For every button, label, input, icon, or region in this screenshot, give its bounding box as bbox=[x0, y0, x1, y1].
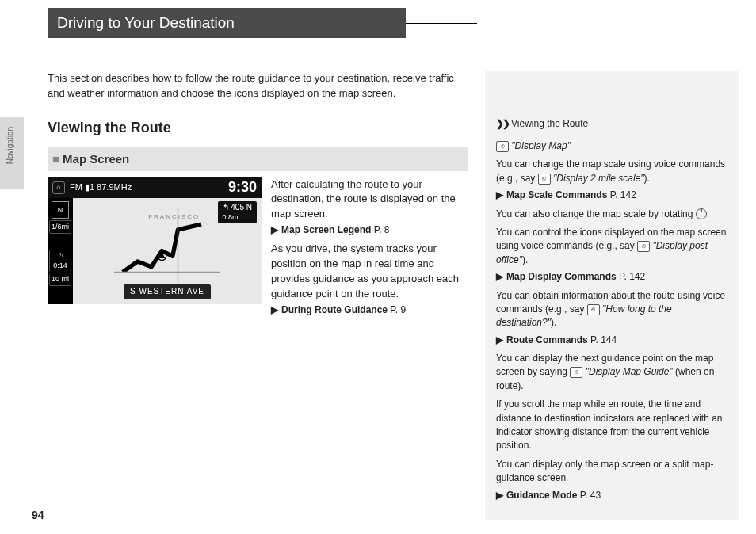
sidebar-p4: You can obtain information about the rou… bbox=[496, 289, 731, 330]
link-icon: ▶ bbox=[496, 334, 503, 345]
eta-distance: 10 mi bbox=[49, 273, 71, 286]
page-number: 94 bbox=[32, 507, 44, 523]
home-icon: ⌂ bbox=[52, 181, 65, 194]
xref-label: Map Scale Commands bbox=[506, 189, 607, 200]
svg-marker-1 bbox=[158, 252, 165, 258]
xref-map-legend: ▶Map Screen Legend P. 8 bbox=[271, 223, 468, 237]
chevrons-icon: ❯❯ bbox=[496, 118, 509, 129]
maneuver-road: 405 N bbox=[231, 203, 252, 212]
page-title: Driving to Your Destination bbox=[57, 12, 235, 34]
content-row: ⌂ FM ▮1 87.9MHz 9:30 N 1/6mi ⏱0:14 10 mi bbox=[48, 177, 468, 322]
main-column: This section describes how to follow the… bbox=[48, 71, 468, 322]
voice-command-text: "Display Map" bbox=[511, 140, 571, 151]
section-heading: Viewing the Route bbox=[48, 117, 468, 138]
info-sidebar: ❯❯Viewing the Route ⎋ "Display Map" You … bbox=[485, 71, 739, 520]
subsection-heading: ■Map Screen bbox=[48, 147, 468, 171]
compass-icon: N bbox=[52, 201, 69, 219]
xref-guidance-mode: ▶Guidance Mode P. 43 bbox=[496, 489, 731, 502]
sidebar-heading: ❯❯Viewing the Route bbox=[496, 117, 588, 131]
maneuver-distance: 0.8mi bbox=[223, 213, 240, 221]
talk-icon: ⎋ bbox=[587, 304, 600, 315]
sidebar-p2: You can also change the map scale by rot… bbox=[496, 208, 731, 221]
xref-page: P. 43 bbox=[580, 490, 601, 501]
xref-label: Route Commands bbox=[506, 334, 588, 345]
xref-page: P. 8 bbox=[374, 224, 390, 235]
xref-label: Map Display Commands bbox=[506, 271, 617, 282]
sidebar-p7: You can display only the map screen or a… bbox=[496, 458, 731, 486]
page-title-bar: Driving to Your Destination bbox=[48, 8, 406, 38]
xref-label: During Route Guidance bbox=[281, 304, 388, 315]
xref-page: P. 9 bbox=[390, 304, 406, 315]
talk-icon: ⎋ bbox=[538, 174, 551, 185]
clock: 9:30 bbox=[228, 177, 257, 198]
xref-route-guidance: ▶During Route Guidance P. 9 bbox=[271, 303, 468, 317]
city-label: FRANCISCO bbox=[148, 212, 200, 222]
talk-icon: ⎋ bbox=[496, 141, 509, 152]
map-area: ↰ 405 N 0.8mi FRANCISCO S WESTERN AVE bbox=[73, 198, 262, 304]
sidebar-p1: You can change the map scale using voice… bbox=[496, 158, 731, 185]
voice-command-display-map: ⎋ "Display Map" bbox=[496, 139, 731, 153]
sidebar-heading-text: Viewing the Route bbox=[511, 118, 588, 129]
subsection-label: Map Screen bbox=[63, 152, 129, 166]
sidebar-p5: You can display the next guidance point … bbox=[496, 352, 731, 393]
dial-icon bbox=[696, 208, 707, 219]
body-p2: As you drive, the system tracks your pos… bbox=[271, 242, 468, 301]
radio-status: FM ▮1 87.9MHz bbox=[70, 181, 132, 194]
eta-time: ⏱0:14 bbox=[49, 250, 71, 272]
maneuver-panel: ↰ 405 N 0.8mi bbox=[218, 201, 257, 223]
square-bullet-icon: ■ bbox=[52, 152, 59, 166]
link-icon: ▶ bbox=[496, 189, 503, 200]
sidebar-p3: You can control the icons displayed on t… bbox=[496, 226, 731, 267]
intro-paragraph: This section describes how to follow the… bbox=[48, 71, 468, 101]
page: Driving to Your Destination Navigation T… bbox=[0, 0, 756, 534]
svg-point-0 bbox=[158, 252, 166, 261]
sidebar-label: Navigation bbox=[5, 127, 17, 164]
link-icon: ▶ bbox=[496, 271, 503, 282]
xref-map-scale-commands: ▶Map Scale Commands P. 142 bbox=[496, 189, 731, 202]
xref-route-commands: ▶Route Commands P. 144 bbox=[496, 334, 731, 347]
xref-page: P. 142 bbox=[610, 189, 636, 200]
sidebar-p6: If you scroll the map while en route, th… bbox=[496, 398, 731, 453]
talk-icon: ⎋ bbox=[570, 367, 582, 378]
body-p1: After calculating the route to your dest… bbox=[271, 177, 468, 223]
xref-page: P. 144 bbox=[590, 334, 617, 345]
link-icon: ▶ bbox=[496, 490, 503, 501]
nav-top-bar: ⌂ FM ▮1 87.9MHz 9:30 bbox=[48, 177, 262, 199]
xref-map-display-commands: ▶Map Display Commands P. 142 bbox=[496, 270, 731, 284]
navigation-screenshot: ⌂ FM ▮1 87.9MHz 9:30 N 1/6mi ⏱0:14 10 mi bbox=[48, 177, 262, 304]
street-name: S WESTERN AVE bbox=[124, 284, 211, 299]
link-icon: ▶ bbox=[271, 304, 278, 315]
xref-label: Map Screen Legend bbox=[281, 224, 371, 235]
nav-left-rail: N 1/6mi ⏱0:14 10 mi bbox=[48, 198, 73, 304]
link-icon: ▶ bbox=[271, 224, 278, 235]
sidebar-body: ⎋ "Display Map" You can change the map s… bbox=[496, 128, 731, 502]
scale-pill: 1/6mi bbox=[49, 220, 71, 234]
body-text: After calculating the route to your dest… bbox=[271, 177, 468, 322]
xref-page: P. 142 bbox=[619, 271, 645, 282]
talk-icon: ⎋ bbox=[637, 241, 650, 252]
xref-label: Guidance Mode bbox=[506, 490, 577, 501]
